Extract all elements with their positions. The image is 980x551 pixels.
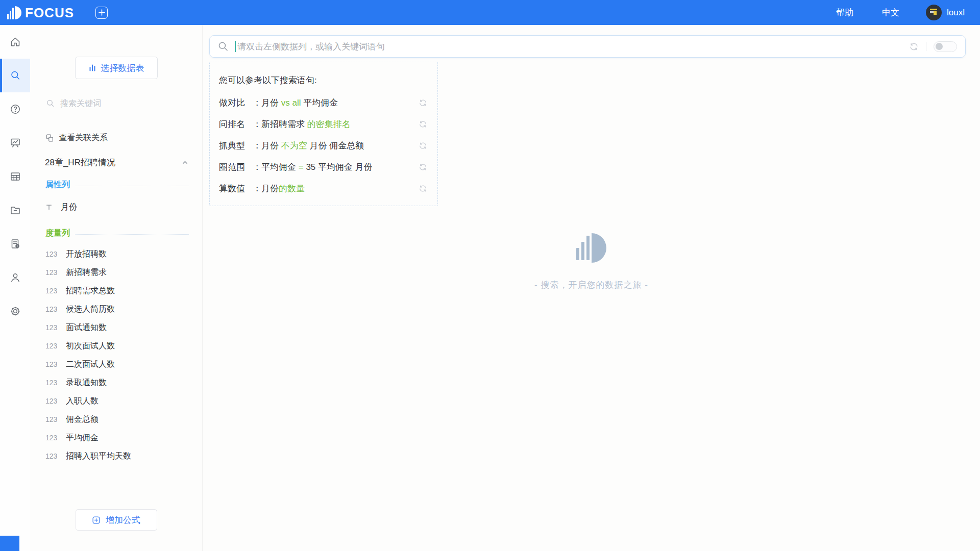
refresh-suggestion-icon[interactable]	[419, 184, 427, 193]
measure-item[interactable]: 123 入职人数	[30, 392, 202, 410]
suggestion-category: 做对比	[219, 97, 253, 109]
measure-item[interactable]: 123 二次面试人数	[30, 355, 202, 373]
suggestion-query[interactable]: 平均佣金 = 35 平均佣金 月份	[261, 161, 414, 173]
table-icon	[9, 170, 21, 183]
measure-item[interactable]: 123 佣金总额	[30, 410, 202, 429]
search-icon	[217, 41, 229, 52]
rail-item-pinboard[interactable]	[0, 126, 30, 160]
question-icon	[9, 103, 21, 115]
suggestion-row: 算数值 ： 月份的数量	[219, 183, 427, 193]
measure-item[interactable]: 123 招聘入职平均天数	[30, 447, 202, 465]
document-gear-icon	[9, 238, 21, 250]
dataset-name: 28章_HR招聘情况	[45, 157, 115, 168]
measure-item[interactable]: 123 平均佣金	[30, 429, 202, 447]
suggestion-query[interactable]: 月份的数量	[261, 183, 414, 194]
rail-item-settings[interactable]	[0, 294, 30, 328]
suggestion-category: 问排名	[219, 118, 253, 130]
numeric-type-icon: 123	[45, 342, 59, 350]
data-panel: 选择数据表 查看关联关系 28章_HR招聘情况 属性列 月份 度量列 123	[30, 25, 203, 551]
refresh-suggestion-icon[interactable]	[419, 163, 427, 171]
home-icon	[9, 36, 21, 48]
empty-state: - 搜索，开启您的数据之旅 -	[203, 231, 980, 291]
language-link[interactable]: 中文	[882, 7, 899, 18]
view-relations-label: 查看关联关系	[59, 133, 108, 143]
numeric-type-icon: 123	[45, 379, 59, 387]
left-rail	[0, 25, 30, 551]
text-caret	[235, 41, 236, 52]
user-icon	[9, 271, 21, 284]
focus-logo-icon	[7, 6, 21, 19]
focus-watermark-icon	[576, 231, 606, 263]
brand-name: FOCUS	[25, 6, 74, 19]
help-link[interactable]: 帮助	[836, 7, 853, 18]
search-icon	[45, 98, 55, 108]
suggestion-row: 抓典型 ： 月份 不为空 月份 佣金总额	[219, 140, 427, 151]
avatar[interactable]	[926, 5, 942, 20]
measure-list: 123 开放招聘数 123 新招聘需求 123 招聘需求总数 123 候选人简历…	[30, 245, 202, 465]
add-formula-button[interactable]: 增加公式	[76, 509, 157, 531]
suggestion-category: 算数值	[219, 183, 253, 194]
top-bar: FOCUS 帮助 中文 louxl	[0, 0, 980, 25]
keyword-search-input[interactable]	[60, 99, 162, 108]
rail-item-folder[interactable]	[0, 193, 30, 227]
suggestion-query[interactable]: 月份 不为空 月份 佣金总额	[261, 140, 414, 152]
suggestion-row: 圈范围 ： 平均佣金 = 35 平均佣金 月份	[219, 162, 427, 172]
refresh-suggestion-icon[interactable]	[419, 141, 427, 150]
main-search-placeholder[interactable]: 请双击左侧数据列，或输入关键词语句	[237, 41, 909, 53]
measure-item[interactable]: 123 新招聘需求	[30, 263, 202, 282]
measure-item[interactable]: 123 面试通知数	[30, 318, 202, 337]
rail-item-search[interactable]	[0, 59, 30, 92]
measure-item[interactable]: 123 录取通知数	[30, 373, 202, 392]
rail-item-users[interactable]	[0, 261, 30, 294]
numeric-type-icon: 123	[45, 250, 59, 258]
rail-item-home[interactable]	[0, 25, 30, 59]
suggestion-row: 问排名 ： 新招聘需求 的密集排名	[219, 119, 427, 129]
numeric-type-icon: 123	[45, 452, 59, 460]
attribute-label: 月份	[61, 202, 77, 213]
suggestion-query[interactable]: 新招聘需求 的密集排名	[261, 118, 414, 130]
measure-item[interactable]: 123 招聘需求总数	[30, 282, 202, 300]
chevron-up-icon[interactable]	[181, 159, 189, 166]
suggestion-category: 抓典型	[219, 140, 253, 152]
feedback-widget-button[interactable]	[0, 536, 19, 551]
select-table-button[interactable]: 选择数据表	[75, 57, 158, 79]
username[interactable]: louxl	[947, 8, 965, 18]
main-search-bar[interactable]: 请双击左侧数据列，或输入关键词语句	[209, 35, 966, 58]
dataset-header[interactable]: 28章_HR招聘情况	[45, 157, 189, 168]
view-relations-button[interactable]: 查看关联关系	[45, 133, 202, 143]
search-mode-toggle[interactable]	[934, 41, 957, 52]
select-table-label: 选择数据表	[101, 62, 144, 74]
suggestion-row: 做对比 ： 月份 vs all 平均佣金	[219, 97, 427, 108]
divider	[926, 42, 926, 51]
measure-item[interactable]: 123 候选人简历数	[30, 300, 202, 318]
plus-square-icon	[92, 516, 101, 524]
rail-item-tables[interactable]	[0, 160, 30, 193]
attribute-section-header: 属性列	[45, 180, 189, 190]
attribute-item-month[interactable]: 月份	[45, 201, 202, 214]
gear-icon	[9, 305, 21, 317]
new-tab-button[interactable]	[95, 7, 108, 19]
bar-chart-icon	[88, 64, 96, 72]
main-area: 请双击左侧数据列，或输入关键词语句 您可以参考以下搜索语句: 做对比 ： 月份 …	[203, 25, 980, 551]
suggestion-query[interactable]: 月份 vs all 平均佣金	[261, 97, 414, 109]
sidebar-search[interactable]	[45, 98, 189, 112]
numeric-type-icon: 123	[45, 397, 59, 405]
numeric-type-icon: 123	[45, 415, 59, 423]
numeric-type-icon: 123	[45, 268, 59, 277]
rail-item-data-manage[interactable]	[0, 227, 30, 261]
refresh-icon[interactable]	[909, 42, 919, 52]
chart-board-icon	[9, 137, 21, 149]
measure-item[interactable]: 123 初次面试人数	[30, 337, 202, 355]
empty-state-tagline: - 搜索，开启您的数据之旅 -	[534, 279, 648, 291]
search-icon	[9, 69, 21, 82]
folder-icon	[9, 204, 21, 216]
measure-item[interactable]: 123 开放招聘数	[30, 245, 202, 263]
suggestions-panel: 您可以参考以下搜索语句: 做对比 ： 月份 vs all 平均佣金 问排名 ： …	[209, 62, 438, 206]
numeric-type-icon: 123	[45, 360, 59, 368]
refresh-suggestion-icon[interactable]	[419, 120, 427, 129]
numeric-type-icon: 123	[45, 305, 59, 313]
rail-item-help[interactable]	[0, 92, 30, 126]
refresh-suggestion-icon[interactable]	[419, 98, 427, 107]
suggestion-category: 圈范围	[219, 161, 253, 173]
numeric-type-icon: 123	[45, 323, 59, 332]
